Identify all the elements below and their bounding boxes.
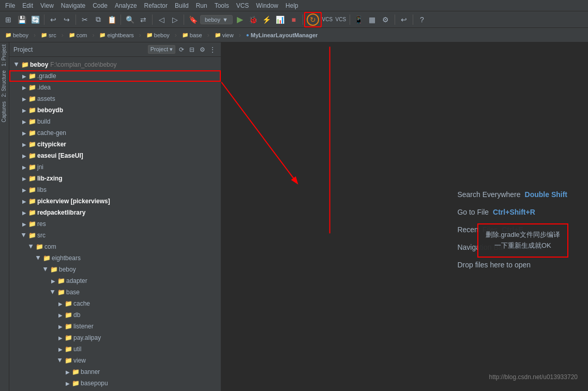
tree-item-jni[interactable]: ▶ 📁 jni [9,161,221,173]
menu-tools[interactable]: Tools [212,1,232,10]
sync-gradle-icon[interactable] [307,13,319,26]
toolbar-back-btn[interactable]: ◁ [155,13,168,26]
tree-label-db: db [73,311,80,319]
toolbar-find-btn[interactable]: 🔍 [124,13,136,26]
tree-item-pay-alipay[interactable]: ▶ 📁 pay.alipay [9,332,221,343]
tree-item-res[interactable]: ▶ 📁 res [9,218,221,230]
toolbar-redo-btn[interactable]: ↪ [61,13,73,26]
menu-navigate[interactable]: Navigate [58,1,88,10]
tree-item-basepopu[interactable]: ▶ 📁 basepopu [9,378,221,389]
toolbar-cut-btn[interactable]: ✂ [79,13,91,26]
toolbar-avd-btn[interactable]: ▦ [366,13,379,26]
shortcut-label-0: Search Everywhere [457,190,520,199]
tree-item-beboydb[interactable]: ▶ 📁 beboydb [9,104,221,116]
menu-run[interactable]: Run [193,1,210,10]
nav-tab-src[interactable]: 📁 src [38,31,59,39]
tree-item-eightbears[interactable]: ▶ 📁 eightbears [9,252,221,264]
toolbar-undo2-btn[interactable]: ↩ [398,13,410,26]
toolbar-vcs2-btn[interactable]: VCS [335,13,347,26]
nav-tab-eightbears[interactable]: 📁 eightbears [96,31,137,39]
tree-item-pickerview[interactable]: ▶ 📁 pickerview [pickerviews] [9,196,221,207]
menu-analyze[interactable]: Analyze [112,1,140,10]
toolbar-paste-btn[interactable]: 📋 [105,13,118,26]
annotation-box: 删除.gradle文件同步编译 一下重新生成就OK [477,223,568,258]
menu-code[interactable]: Code [89,1,111,10]
tree-arrow-com: ▶ [28,243,35,250]
nav-tab-com[interactable]: 📁 com [66,31,91,39]
tree-item-lib-zxing[interactable]: ▶ 📁 lib-zxing [9,173,221,184]
shortcut-row-4: Drop files here to open [457,261,567,269]
tree-item-listener[interactable]: ▶ 📁 listener [9,321,221,332]
toolbar-stop-btn[interactable]: ■ [288,13,300,26]
tree-item-base-child[interactable]: ▶ 📁 base [9,287,221,298]
tree-item-util[interactable]: ▶ 📁 util [9,343,221,355]
side-label-structure[interactable]: 2: Structure [0,68,9,99]
tree-item-assets[interactable]: ▶ 📁 assets [9,93,221,104]
tree-label-redpacketlibrary: redpacketlibrary [37,209,85,216]
toolbar-config-dropdown[interactable]: beboy ▼ [200,15,233,24]
toolbar-project-btn[interactable]: ⊞ [2,13,14,26]
side-labels: 1: Project 2: Structure Captures [0,42,9,391]
toolbar-forward-btn[interactable]: ▷ [169,13,181,26]
menu-file[interactable]: File [2,1,18,10]
toolbar-undo-btn[interactable]: ↩ [47,13,59,26]
folder-icon-pay-alipay: 📁 [64,334,72,341]
toolbar-sdk-btn[interactable]: ⚙ [380,13,392,26]
tree-item-com[interactable]: ▶ 📁 com [9,241,221,252]
nav-tab-beboy[interactable]: 📁 beboy [2,31,32,39]
tree-item-citypicker[interactable]: ▶ 📁 citypicker [9,139,221,150]
panel-gear-btn[interactable]: ⚙ [198,46,206,54]
tree-item-beboy-child[interactable]: ▶ 📁 beboy [9,264,221,275]
menu-build[interactable]: Build [172,1,192,10]
tree-item-db[interactable]: ▶ 📁 db [9,309,221,321]
tree-view[interactable]: ▶ 📁 beboy F:\complan_code\beboy ▶ 📁 .gra… [9,57,221,391]
toolbar-debug-btn[interactable]: 🐞 [247,13,260,26]
folder-icon-view-child: 📁 [64,357,72,364]
toolbar-save-btn[interactable]: 💾 [16,13,28,26]
annotation-line2: 一下重新生成就OK [486,240,560,251]
panel-options-btn[interactable]: ⋮ [208,46,217,54]
tree-label-banner: banner [81,368,100,375]
tree-item-cache[interactable]: ▶ 📁 cache [9,298,221,309]
tree-item-libs[interactable]: ▶ 📁 libs [9,184,221,196]
panel-dropdown[interactable]: Project ▾ [148,45,175,54]
toolbar-help-btn[interactable]: ? [416,13,428,26]
tree-item-idea[interactable]: ▶ 📁 .idea [9,82,221,93]
toolbar-run2-btn[interactable]: ⚡ [261,13,273,26]
toolbar-coverage-btn[interactable]: 📊 [274,13,287,26]
side-label-project[interactable]: 1: Project [0,42,9,68]
menu-window[interactable]: Window [253,1,281,10]
panel-sync-btn[interactable]: ⟳ [177,46,186,54]
side-label-captures[interactable]: Captures [0,99,9,125]
tree-item-easeui[interactable]: ▶ 📁 easeui [EaseUI] [9,150,221,161]
tree-item-banner[interactable]: ▶ 📁 banner [9,366,221,378]
tree-item-beboy-root[interactable]: ▶ 📁 beboy F:\complan_code\beboy [9,59,221,70]
panel-collapse-btn[interactable]: ⊟ [188,46,196,54]
tree-item-view-child[interactable]: ▶ 📁 view [9,355,221,366]
toolbar-vcs1-btn[interactable]: VCS [321,13,334,26]
toolbar-sync-gradle-btn[interactable]: 🔄 [29,13,41,26]
toolbar-copy-btn[interactable]: ⧉ [92,13,104,26]
toolbar: ⊞ 💾 🔄 ↩ ↪ ✂ ⧉ 📋 🔍 ⇄ ◁ ▷ 🔖 beboy ▼ ▶ 🐞 ⚡ … [0,11,588,28]
menu-vcs[interactable]: VCS [233,1,252,10]
toolbar-bookmark-btn[interactable]: 🔖 [187,13,199,26]
menu-edit[interactable]: Edit [19,1,36,10]
menu-refactor[interactable]: Refactor [141,1,171,10]
toolbar-replace-btn[interactable]: ⇄ [137,13,149,26]
tree-label-src: src [37,232,46,239]
nav-tab-view[interactable]: 📁 view [212,31,237,39]
tree-item-gradle[interactable]: ▶ 📁 .gradle [9,70,221,82]
tree-item-adapter[interactable]: ▶ 📁 adapter [9,275,221,287]
tree-item-redpacketlibrary[interactable]: ▶ 📁 redpacketlibrary [9,207,221,218]
tree-item-src[interactable]: ▶ 📁 src [9,230,221,241]
nav-tab-beboy2[interactable]: 📁 beboy [143,31,173,39]
toolbar-device-btn[interactable]: 📱 [353,13,365,26]
nav-tab-base[interactable]: 📁 base [179,31,205,39]
tree-item-circle[interactable]: ▶ 📁 circle [9,389,221,391]
tree-item-build[interactable]: ▶ 📁 build [9,116,221,127]
nav-tab-mylinearlayout[interactable]: ● MyLinearLayoutManager [243,31,321,39]
tree-item-cache-gen[interactable]: ▶ 📁 cache-gen [9,127,221,139]
toolbar-run-btn[interactable]: ▶ [234,13,246,26]
menu-help[interactable]: Help [282,1,301,10]
menu-view[interactable]: View [37,1,57,10]
